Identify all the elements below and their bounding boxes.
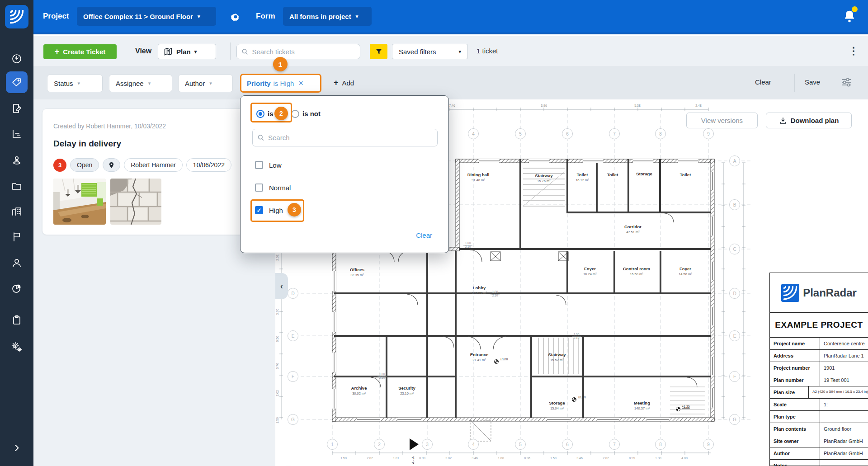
svg-text:3.46: 3.46: [576, 457, 583, 460]
title-block-row-value: PlanRadar Lane 1: [820, 350, 868, 362]
toolbar: + Create Ticket View Plan ▾ Saved filter…: [33, 36, 868, 66]
sidebar-item-company[interactable]: [0, 200, 33, 223]
sidebar-item-tickets-active[interactable]: [6, 71, 28, 93]
map-icon: [164, 47, 173, 56]
ticket-card[interactable]: Created by Robert Hammer, 10/03/2022 Del…: [42, 108, 266, 235]
title-block-row-value: Conference centre: [820, 338, 868, 349]
ticket-list-panel: Created by Robert Hammer, 10/03/2022 Del…: [33, 99, 275, 466]
option-high-checkbox[interactable]: ✓: [255, 206, 263, 214]
search-tickets-input[interactable]: [252, 48, 355, 56]
sidebar-item-settings[interactable]: [0, 335, 33, 359]
title-block-row-value: 1:: [820, 399, 868, 410]
title-block-title: EXAMPLE PROJECT: [770, 312, 868, 337]
save-filters-button[interactable]: Save: [805, 78, 820, 86]
form-selector[interactable]: All forms in project ▾: [283, 7, 372, 26]
view-mode-value: Plan: [176, 48, 191, 56]
popup-search-input[interactable]: [268, 134, 433, 141]
sidebar-item-site[interactable]: [0, 148, 33, 172]
svg-text:15.76 m²: 15.76 m²: [537, 179, 551, 183]
plan-title-block: PlanRadar EXAMPLE PROJECT Project nameCo…: [769, 273, 868, 466]
sidebar-item-forms[interactable]: [0, 97, 33, 120]
svg-text:15.04 m²: 15.04 m²: [550, 406, 564, 410]
sidebar: [0, 0, 33, 466]
popup-search-field[interactable]: [252, 129, 438, 146]
search-icon: [241, 48, 248, 56]
tag-icon: [11, 76, 23, 88]
filter-assignee[interactable]: Assignee ▾: [109, 75, 172, 92]
ticket-photo-wall[interactable]: [110, 179, 161, 225]
filter-button[interactable]: [370, 44, 387, 59]
svg-text:Archive: Archive: [351, 386, 367, 391]
sidebar-item-flags[interactable]: [0, 225, 33, 249]
svg-text:C: C: [733, 247, 736, 252]
svg-text:6: 6: [566, 442, 569, 447]
filter-chip-priority[interactable]: Priority is High ×: [240, 74, 321, 93]
search-tickets-field[interactable]: [236, 44, 360, 59]
svg-text:A - A: A - A: [411, 456, 415, 464]
chevron-left-icon: ‹: [280, 282, 283, 291]
svg-text:0.96: 0.96: [524, 457, 530, 460]
sidebar-item-documents[interactable]: [0, 174, 33, 198]
svg-text:1.80: 1.80: [498, 457, 504, 460]
add-filter-button[interactable]: + Add: [334, 78, 354, 88]
sidebar-collapse-button[interactable]: [0, 436, 33, 460]
filter-status[interactable]: Status ▾: [47, 75, 103, 92]
sidebar-item-tasks[interactable]: [0, 308, 33, 332]
step-2-badge: 2: [274, 107, 288, 120]
option-low-checkbox[interactable]: [255, 161, 263, 169]
saved-filters-selector[interactable]: Saved filters ▾: [392, 44, 468, 59]
svg-text:91.46 m²: 91.46 m²: [472, 178, 485, 182]
svg-text:163.73 m²: 163.73 m²: [472, 291, 487, 295]
svg-text:Lobby: Lobby: [473, 285, 486, 290]
step-1-badge: 1: [273, 57, 288, 71]
ticket-assignee-badge[interactable]: Robert Hammer: [124, 158, 183, 172]
sidebar-item-contacts[interactable]: [0, 251, 33, 275]
title-block-row: Project nameConference centre: [770, 337, 868, 349]
more-options-button[interactable]: ⋮: [849, 45, 859, 57]
planradar-swirl-icon: [781, 284, 799, 302]
collapse-panel-button[interactable]: ‹: [275, 273, 288, 299]
title-block-row: Scale1:: [770, 398, 868, 410]
svg-text:5: 5: [519, 442, 522, 447]
svg-text:2: 2: [378, 442, 381, 447]
project-selector[interactable]: Office Complex 11 > Ground Floor ▾: [77, 7, 216, 26]
ticket-photo-room[interactable]: [53, 179, 106, 225]
close-icon[interactable]: ×: [298, 79, 303, 88]
title-block-row-label: Address: [770, 350, 820, 362]
svg-text:1.00: 1.00: [492, 290, 498, 293]
svg-text:16.50 m²: 16.50 m²: [630, 272, 643, 276]
notifications-button[interactable]: [843, 9, 856, 25]
svg-text:1.50: 1.50: [340, 457, 347, 460]
svg-text:Corridor: Corridor: [624, 224, 642, 229]
download-plan-label: Download plan: [791, 117, 839, 124]
option-normal-label: Normal: [269, 184, 291, 192]
svg-text:15.52 m²: 15.52 m²: [550, 358, 564, 362]
topbar: Project Office Complex 11 > Ground Floor…: [33, 0, 868, 34]
filter-settings-button[interactable]: [840, 76, 853, 90]
ticket-status-badge[interactable]: Open: [70, 158, 99, 172]
filter-author[interactable]: Author ▾: [178, 75, 233, 92]
title-block-row-label: Notes: [770, 460, 820, 466]
svg-text:0.99: 0.99: [419, 457, 425, 460]
sidebar-item-statistics[interactable]: [0, 122, 33, 146]
person-pin-icon: [11, 154, 23, 166]
operator-is-radio[interactable]: [256, 110, 264, 118]
filter-status-label: Status: [54, 80, 73, 87]
create-ticket-button[interactable]: + Create Ticket: [43, 44, 117, 59]
svg-text:8: 8: [659, 442, 662, 447]
title-block-row-value: [820, 411, 868, 423]
download-plan-button[interactable]: Download plan: [766, 113, 852, 128]
project-settings-button[interactable]: [230, 11, 241, 24]
clear-filters-button[interactable]: Clear: [755, 78, 771, 86]
sidebar-item-dashboard[interactable]: [0, 47, 33, 71]
planradar-logo[interactable]: [5, 5, 28, 28]
sidebar-item-reports[interactable]: [0, 277, 33, 300]
view-mode-selector[interactable]: Plan ▾: [158, 44, 216, 59]
svg-text:Stairway: Stairway: [535, 173, 553, 178]
option-normal-checkbox[interactable]: [255, 184, 263, 192]
operator-is-not-radio[interactable]: [291, 110, 299, 118]
popup-clear-button[interactable]: Clear: [416, 231, 432, 239]
view-versions-button[interactable]: View versions: [686, 113, 758, 128]
ticket-location-badge[interactable]: [103, 158, 120, 172]
ticket-date-badge[interactable]: 10/06/2022: [186, 158, 231, 172]
